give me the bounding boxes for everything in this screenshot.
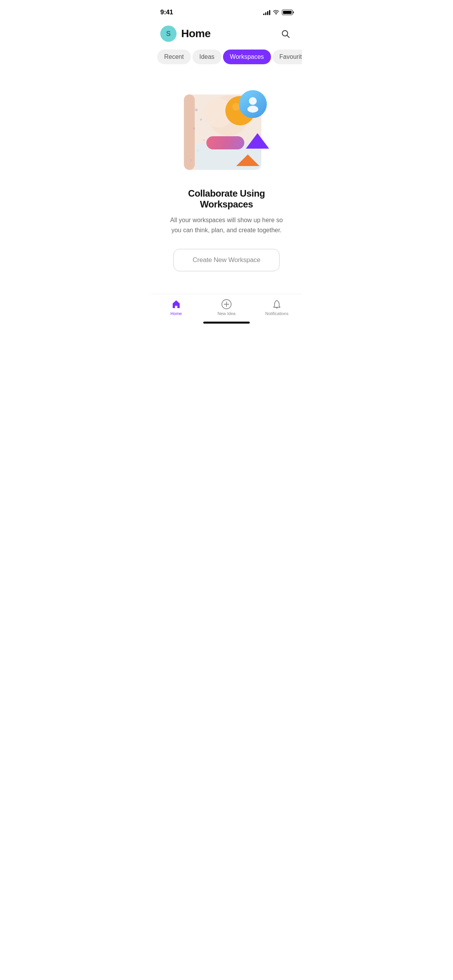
svg-point-17 (249, 97, 257, 105)
svg-point-5 (200, 119, 202, 121)
content-subtitle: All your workspaces will show up here so… (165, 215, 288, 235)
svg-rect-19 (206, 136, 244, 149)
page-title: Home (181, 27, 211, 40)
search-icon (281, 29, 290, 38)
nav-home-label: Home (170, 311, 182, 316)
nav-new-idea[interactable]: New Idea (213, 299, 240, 316)
create-workspace-button[interactable]: Create New Workspace (173, 249, 279, 271)
svg-point-9 (190, 159, 192, 161)
svg-point-18 (247, 106, 258, 113)
home-icon (171, 299, 182, 310)
nav-new-idea-label: New Idea (218, 311, 235, 316)
status-bar: 9:41 (151, 0, 302, 19)
new-idea-icon (221, 299, 232, 310)
tab-favourites[interactable]: Favourites (273, 50, 302, 64)
workspace-illustration (176, 83, 277, 176)
svg-point-4 (195, 109, 198, 111)
illustration (176, 83, 277, 176)
svg-point-6 (193, 127, 195, 130)
header-left: S Home (160, 26, 211, 42)
svg-line-1 (287, 36, 290, 38)
avatar[interactable]: S (160, 26, 177, 42)
main-content: Collaborate Using Workspaces All your wo… (151, 67, 302, 279)
wifi-icon (273, 10, 279, 15)
status-icons (263, 10, 293, 15)
signal-icon (263, 10, 270, 15)
tab-workspaces[interactable]: Workspaces (223, 50, 271, 64)
notification-icon (271, 299, 282, 310)
nav-notifications-label: Notifications (265, 311, 288, 316)
battery-icon (282, 10, 293, 15)
home-indicator (203, 322, 250, 324)
nav-home[interactable]: Home (163, 299, 190, 316)
svg-point-7 (203, 139, 205, 141)
tab-ideas[interactable]: Ideas (192, 50, 221, 64)
nav-notifications[interactable]: Notifications (263, 299, 290, 316)
tabs-container: Recent Ideas Workspaces Favourites (151, 46, 302, 67)
status-time: 9:41 (160, 9, 173, 16)
svg-rect-3 (184, 94, 195, 170)
header: S Home (151, 21, 302, 46)
content-title: Collaborate Using Workspaces (163, 188, 290, 210)
tab-recent[interactable]: Recent (157, 50, 191, 64)
search-button[interactable] (278, 26, 293, 41)
